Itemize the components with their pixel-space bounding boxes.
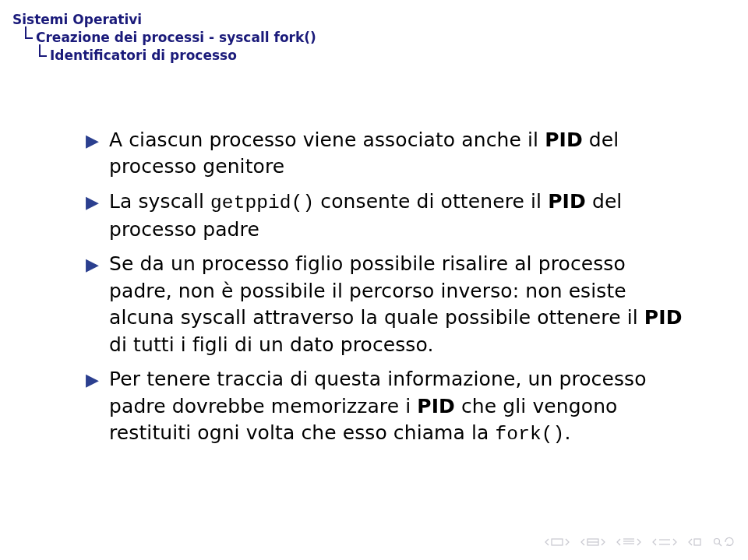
- tree-connector-icon: [23, 31, 34, 42]
- bold-span: PID: [548, 190, 586, 213]
- bullet-text: A ciascun processo viene associato anche…: [109, 129, 619, 178]
- text-span: di tutti i figli di un dato processo.: [109, 333, 433, 356]
- triangle-bullet-icon: ▶: [86, 256, 99, 273]
- bullet-text: La syscall getppid() consente di ottener…: [109, 190, 622, 241]
- text-span: A ciascun processo viene associato anche…: [109, 129, 545, 151]
- breadcrumb-text-1: Sistemi Operativi: [12, 12, 142, 27]
- text-span: .: [564, 421, 570, 444]
- list-item: ▶ Per tenere traccia di questa informazi…: [86, 366, 683, 448]
- nav-frame-prev-next[interactable]: [580, 537, 606, 548]
- breadcrumb-level-1: Sistemi Operativi: [0, 11, 748, 29]
- text-span: consente di ottenere il: [314, 190, 548, 213]
- triangle-bullet-icon: ▶: [86, 194, 99, 211]
- code-span: fork(): [496, 424, 565, 445]
- bullet-list: ▶ A ciascun processo viene associato anc…: [86, 127, 683, 448]
- bullet-text: Per tenere traccia di questa informazion…: [109, 368, 647, 444]
- nav-subsection-prev-next[interactable]: [651, 537, 678, 548]
- list-item: ▶ Se da un processo figlio possibile ris…: [86, 251, 683, 358]
- slide: Sistemi Operativi Creazione dei processi…: [0, 0, 748, 560]
- svg-line-10: [719, 544, 722, 547]
- triangle-bullet-icon: ▶: [86, 372, 99, 389]
- nav-section-prev-next[interactable]: [616, 537, 642, 548]
- triangle-bullet-icon: ▶: [86, 132, 99, 150]
- breadcrumb-level-2: Creazione dei processi - syscall fork(): [0, 29, 748, 47]
- list-item: ▶ La syscall getppid() consente di otten…: [86, 188, 683, 243]
- bold-span: PID: [644, 306, 683, 329]
- breadcrumb-text-2: Creazione dei processi - syscall fork(): [36, 30, 316, 45]
- beamer-nav-bar: [544, 537, 736, 548]
- tree-connector-icon: [37, 49, 48, 60]
- bold-span: PID: [417, 395, 455, 417]
- nav-slide-prev-next[interactable]: [544, 537, 570, 548]
- code-span: getppid(): [210, 192, 314, 213]
- svg-point-9: [714, 539, 720, 544]
- breadcrumb-text-3: Identificatori di processo: [50, 48, 237, 63]
- nav-appendix-back[interactable]: [687, 537, 703, 548]
- svg-rect-0: [552, 539, 563, 545]
- list-item: ▶ A ciascun processo viene associato anc…: [86, 127, 683, 181]
- slide-body: ▶ A ciascun processo viene associato anc…: [0, 65, 748, 448]
- bullet-text: Se da un processo figlio possibile risal…: [109, 252, 683, 356]
- svg-rect-8: [694, 539, 700, 545]
- breadcrumb-level-3: Identificatori di processo: [0, 47, 748, 65]
- text-span: La syscall: [109, 190, 210, 213]
- text-span: Se da un processo figlio possibile risal…: [109, 252, 644, 329]
- bold-span: PID: [545, 129, 583, 151]
- nav-search-goto[interactable]: [712, 537, 736, 548]
